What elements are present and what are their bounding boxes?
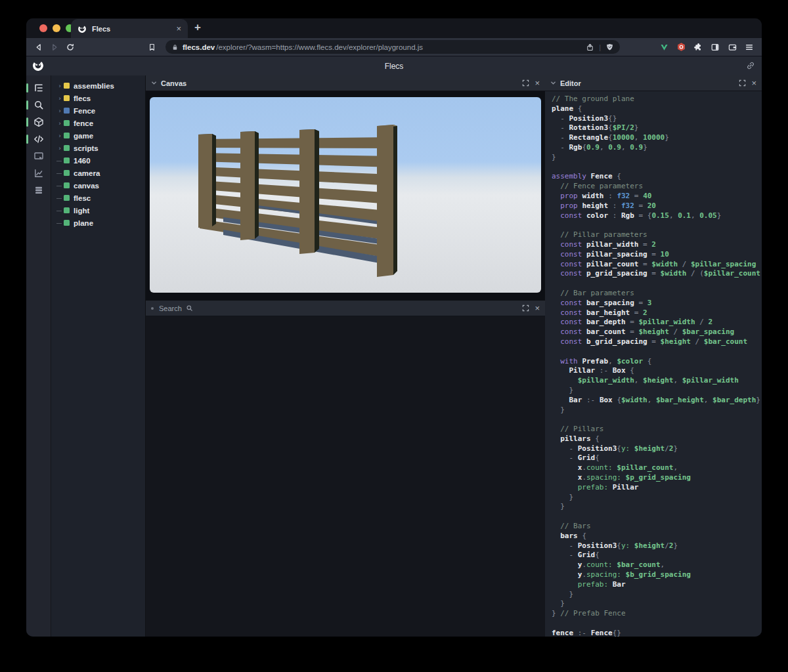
tree-item-assemblies[interactable]: ›assemblies: [51, 79, 145, 92]
code-line: $pillar_width, $height, $pillar_width: [552, 376, 762, 386]
entity-color-square: [64, 170, 70, 176]
expand-chevron-icon[interactable]: ›: [56, 83, 64, 89]
rail-search-icon[interactable]: [26, 96, 51, 114]
code-editor[interactable]: // The ground planeplane { - Position3{}…: [545, 91, 762, 637]
forward-icon[interactable]: [49, 42, 60, 52]
tree-item-1460[interactable]: 1460: [51, 154, 145, 167]
tree-item-Fence[interactable]: ›Fence: [51, 104, 145, 117]
fullscreen-icon[interactable]: [739, 79, 746, 87]
close-panel-icon[interactable]: ×: [535, 79, 540, 87]
code-line: - Position3{}: [552, 114, 762, 124]
tree-item-light[interactable]: light: [51, 204, 145, 217]
code-line: fence :- Fence{}: [552, 629, 762, 637]
code-line: pillars {: [552, 434, 762, 444]
rail-tree-icon[interactable]: [26, 79, 51, 96]
entity-tree: ›assemblies›flecs›Fence›fence›game›scrip…: [51, 75, 146, 637]
collapsed-dot-icon[interactable]: [151, 307, 154, 310]
tree-item-canvas[interactable]: canvas: [51, 179, 145, 192]
share-icon[interactable]: [586, 43, 594, 52]
entity-color-square: [64, 158, 70, 163]
rail-stack-icon[interactable]: [26, 182, 51, 199]
tree-item-fence[interactable]: ›fence: [51, 117, 145, 129]
vue-devtools-icon[interactable]: [658, 42, 670, 52]
browser-tab[interactable]: Flecs ×: [71, 19, 188, 38]
expand-chevron-icon[interactable]: ›: [56, 120, 64, 127]
editor-panel-title: Editor: [560, 79, 581, 87]
search-panel-body[interactable]: [146, 316, 545, 637]
code-line: // Fence parameters: [552, 182, 762, 192]
entity-color-square: [64, 145, 70, 151]
center-column: Canvas ×: [146, 75, 545, 637]
screenshot-stage: Flecs × + flecs.dev: [0, 0, 788, 672]
search-panel-title: Search: [159, 304, 182, 312]
code-line: }: [552, 590, 762, 600]
menu-hamburger-icon[interactable]: [743, 42, 755, 52]
bookmark-icon[interactable]: [146, 42, 158, 52]
code-line: Bar :- Box {$width, $bar_height, $bar_de…: [552, 396, 762, 406]
code-line: }: [552, 502, 762, 512]
app-header: Flecs: [26, 56, 762, 75]
rail-cube-icon[interactable]: [26, 114, 51, 131]
canvas-panel-body: [146, 91, 545, 301]
minimize-window-button[interactable]: [53, 24, 60, 32]
entity-label: assemblies: [74, 82, 114, 90]
code-line: x.spacing: $p_grid_spacing: [552, 473, 762, 483]
new-tab-button[interactable]: +: [194, 21, 201, 34]
canvas-panel-title: Canvas: [161, 79, 186, 87]
tree-item-game[interactable]: ›game: [51, 129, 145, 142]
rail-code-icon[interactable]: [26, 131, 51, 148]
back-icon[interactable]: [33, 42, 45, 52]
fullscreen-icon[interactable]: [522, 304, 529, 312]
expand-chevron-icon[interactable]: ›: [56, 95, 64, 102]
active-indicator: [26, 117, 28, 127]
close-panel-icon[interactable]: ×: [535, 304, 540, 312]
code-line: const bar_spacing = 3: [552, 299, 762, 308]
share-link-icon[interactable]: [746, 61, 755, 70]
url-bar[interactable]: flecs.dev /explorer/?wasm=https://www.fl…: [165, 40, 620, 54]
sidebar-panel-icon[interactable]: [709, 42, 721, 52]
code-line: const b_grid_spacing = $height / $bar_co…: [552, 337, 762, 347]
chevron-down-icon[interactable]: [550, 81, 556, 85]
expand-chevron-icon[interactable]: ›: [56, 133, 64, 139]
entity-color-square: [64, 108, 70, 114]
entity-color-square: [64, 120, 70, 126]
brave-shield-icon[interactable]: [605, 43, 614, 52]
rail-screen-icon[interactable]: [26, 148, 51, 165]
expand-chevron-icon[interactable]: ›: [56, 108, 64, 114]
tree-item-flecs[interactable]: ›flecs: [51, 92, 145, 104]
code-line: const bar_depth = $pillar_width / 2: [552, 318, 762, 327]
entity-label: flecs: [74, 94, 91, 102]
tree-item-camera[interactable]: camera: [51, 167, 145, 179]
extensions-puzzle-icon[interactable]: [692, 42, 704, 52]
tree-item-scripts[interactable]: ›scripts: [51, 142, 145, 154]
code-line: const bar_count = $height / $bar_spacing: [552, 327, 762, 337]
code-line: const pillar_spacing = 10: [552, 250, 762, 260]
entity-label: fence: [74, 119, 93, 127]
code-line: const pillar_count = $width / $pillar_sp…: [552, 260, 762, 270]
wallet-icon[interactable]: [726, 42, 738, 52]
reload-icon[interactable]: [64, 42, 76, 52]
flecs-logo-icon: [32, 60, 44, 72]
code-line: [552, 512, 762, 522]
close-window-button[interactable]: [39, 24, 47, 32]
rail-chart-icon[interactable]: [26, 165, 51, 182]
code-line: const pillar_width = 2: [552, 240, 762, 250]
fullscreen-icon[interactable]: [522, 79, 529, 87]
code-line: y.count: $bar_count,: [552, 560, 762, 570]
code-line: // Bars: [552, 522, 762, 532]
expand-chevron-icon[interactable]: ›: [56, 145, 64, 152]
entity-label: camera: [74, 169, 100, 177]
close-panel-icon[interactable]: ×: [751, 79, 756, 87]
code-line: const p_grid_spacing = $width / ($pillar…: [552, 269, 762, 279]
chevron-down-icon[interactable]: [151, 81, 157, 85]
canvas-panel-header: Canvas ×: [146, 75, 545, 91]
code-line: } // Prefab Fence: [552, 609, 762, 619]
tab-close-icon[interactable]: ×: [176, 24, 181, 33]
tree-item-plane[interactable]: plane: [51, 217, 145, 229]
code-line: - Rotation3{$PI/2}: [552, 123, 762, 133]
extension-badge-icon[interactable]: [675, 42, 687, 52]
3d-viewport[interactable]: [150, 97, 541, 293]
code-line: - Rectangle{10000, 10000}: [552, 133, 762, 143]
tree-item-flesc[interactable]: flesc: [51, 192, 145, 204]
entity-label: light: [74, 207, 89, 215]
